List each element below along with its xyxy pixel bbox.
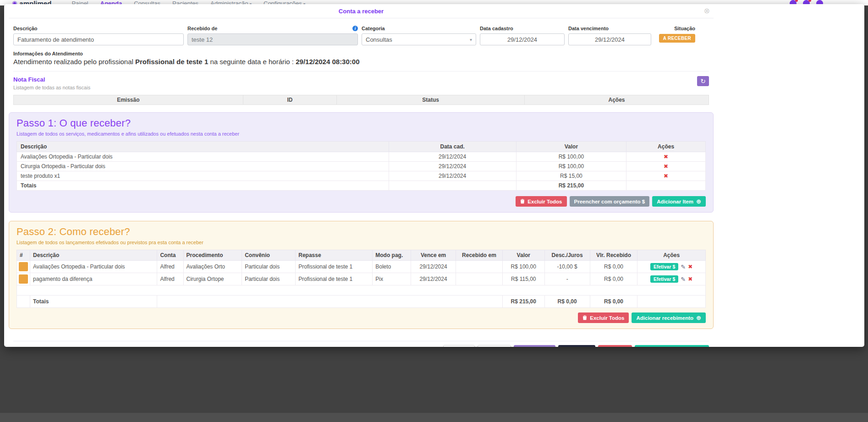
salvar-conta-button[interactable]: Salvar conta a receber ✓ bbox=[635, 345, 709, 347]
passo1-panel: Passo 1: O que receber? Listagem de todo… bbox=[9, 112, 714, 213]
column-header-acoes: Ações bbox=[626, 142, 706, 152]
nota-fiscal-subtitle: Listagem de todas as notas fiscais bbox=[13, 85, 90, 90]
table-row: Cirurgia Ortopedia - Particular dois 29/… bbox=[17, 162, 706, 171]
excluir-todos-button[interactable]: Excluir Todos bbox=[516, 196, 566, 207]
column-header-descricao: Descrição bbox=[30, 250, 157, 261]
column-header-id: ID bbox=[243, 95, 337, 105]
anexos-button[interactable]: Anexos ▴ bbox=[514, 345, 555, 347]
status-badge: A RECEBER bbox=[659, 34, 695, 43]
modal-footer: ↶ Voltar ✖ Fechar Anexos ▴ Ações ⚙ ▴ bbox=[13, 345, 709, 347]
delete-icon[interactable]: ✖ bbox=[688, 276, 692, 282]
column-header-status: Status bbox=[337, 95, 525, 105]
adicionar-recebimento-button[interactable]: Adicionar recebimento ⊕ bbox=[632, 312, 706, 323]
excluir-todos-recebimentos-button[interactable]: Excluir Todos bbox=[578, 312, 629, 323]
table-row: Avaliações Ortopedia - Particular dois A… bbox=[17, 261, 706, 273]
passo2-subtitle: Listagem de todos os lançamentos efetiva… bbox=[16, 240, 706, 245]
data-cadastro-label: Data cadastro bbox=[480, 26, 565, 31]
acoes-button[interactable]: Ações ⚙ ▴ bbox=[558, 345, 595, 347]
close-icon[interactable]: ⊗ bbox=[704, 7, 710, 15]
edit-icon[interactable]: ✎ bbox=[681, 263, 686, 270]
passo2-panel: Passo 2: Como receber? Listagem de todos… bbox=[9, 221, 714, 329]
table-row: Avaliações Ortopedia - Particular dois 2… bbox=[17, 152, 706, 162]
delete-item-icon[interactable]: ✖ bbox=[664, 173, 668, 179]
atendimento-datetime: 29/12/2024 08:30:00 bbox=[296, 58, 359, 66]
data-vencimento-label: Data vencimento bbox=[568, 26, 651, 31]
cell-repasse: Profissional de teste 1 bbox=[296, 261, 373, 273]
passo1-table: Descrição Data cad. Valor Ações Avaliaçõ… bbox=[16, 141, 706, 191]
cell-recebido-em bbox=[456, 273, 502, 285]
cell-descricao: pagamento da diferença bbox=[30, 273, 157, 285]
voltar-button[interactable]: ↶ Voltar bbox=[443, 345, 475, 347]
efetivar-button[interactable]: Efetivar $ bbox=[650, 263, 678, 270]
totais-label: Totais bbox=[17, 181, 389, 191]
cell-vence-em: 29/12/2024 bbox=[411, 261, 456, 273]
cell-desc-juros: - bbox=[544, 273, 590, 285]
conta-a-receber-modal: Conta a receber ⊗ Descrição Recebido dei… bbox=[4, 4, 864, 347]
cell-procedimento: Cirurgia Ortope bbox=[183, 273, 242, 285]
column-header-acoes: Ações bbox=[637, 250, 706, 261]
trash-icon bbox=[582, 315, 587, 320]
nota-fiscal-table: Emissão ID Status Ações bbox=[13, 95, 709, 105]
adicionar-item-button[interactable]: Adicionar Item ⊕ bbox=[652, 196, 706, 207]
passo2-total-valor: R$ 215,00 bbox=[503, 296, 545, 308]
categoria-select[interactable]: Consultas ▾ bbox=[362, 33, 476, 45]
refresh-button[interactable]: ↻ bbox=[697, 76, 709, 86]
table-row: teste produto x1 29/12/2024 R$ 15,00 ✖ bbox=[17, 171, 706, 181]
preencher-orcamento-button[interactable]: Preencher com orçamento $ bbox=[570, 196, 650, 207]
edit-icon[interactable]: ✎ bbox=[681, 276, 686, 283]
cell-valor: R$ 15,00 bbox=[516, 171, 626, 181]
column-header-data-cad: Data cad. bbox=[389, 142, 516, 152]
column-header-emissao: Emissão bbox=[14, 95, 243, 105]
professional-name: Profissional de teste 1 bbox=[135, 58, 208, 66]
passo2-total-recebido: R$ 0,00 bbox=[590, 296, 637, 308]
column-header-desc-juros: Desc./Juros bbox=[544, 250, 590, 261]
messages-badge bbox=[808, 0, 811, 2]
column-header-convenio: Convênio bbox=[242, 250, 296, 261]
cell-descricao: Avaliações Ortopedia - Particular dois bbox=[17, 152, 389, 162]
screen: ◉ amplimed Painel Agenda Consultas Pacie… bbox=[0, 0, 868, 422]
fechar-button[interactable]: ✖ Fechar bbox=[478, 345, 511, 347]
atendimento-info-text: Atendimento realizado pelo profissional … bbox=[13, 58, 709, 66]
cell-vlr-recebido: R$ 0,00 bbox=[590, 273, 637, 285]
cell-valor: R$ 100,00 bbox=[516, 152, 626, 162]
column-header-valor: Valor bbox=[503, 250, 545, 261]
data-vencimento-input[interactable] bbox=[568, 33, 651, 45]
recebido-de-label: Recebido dei bbox=[187, 26, 358, 31]
cell-desc-juros: -10,00 $ bbox=[544, 261, 590, 273]
cell-data-cad: 29/12/2024 bbox=[389, 171, 516, 181]
column-header-repasse: Repasse bbox=[296, 250, 373, 261]
efetivar-button[interactable]: Efetivar $ bbox=[650, 275, 678, 283]
delete-icon[interactable]: ✖ bbox=[688, 263, 692, 270]
descricao-input[interactable] bbox=[13, 33, 184, 45]
excluir-button[interactable]: Excluir bbox=[598, 345, 632, 347]
passo1-total-valor: R$ 215,00 bbox=[516, 181, 626, 191]
cell-valor: R$ 115,00 bbox=[503, 273, 545, 285]
professional-color-swatch bbox=[19, 274, 28, 284]
column-header-num: # bbox=[17, 250, 30, 261]
cell-data-cad: 29/12/2024 bbox=[389, 152, 516, 162]
categoria-label: Categoria bbox=[362, 26, 476, 31]
professional-color-swatch bbox=[19, 262, 28, 271]
column-header-vlr-recebido: Vlr. Recebido bbox=[590, 250, 637, 261]
descricao-label: Descrição bbox=[13, 26, 184, 31]
info-icon[interactable]: i bbox=[352, 26, 358, 31]
empty-row bbox=[17, 285, 706, 296]
page-footer-behind-overlay bbox=[0, 413, 868, 422]
divider bbox=[13, 71, 709, 71]
cell-recebido-em bbox=[456, 261, 502, 273]
cell-modo-pag: Boleto bbox=[373, 261, 411, 273]
categoria-selected-value: Consultas bbox=[366, 36, 392, 43]
notification-badge bbox=[795, 0, 798, 2]
delete-item-icon[interactable]: ✖ bbox=[664, 163, 668, 170]
passo2-table: # Descrição Conta Procedimento Convênio … bbox=[16, 250, 706, 308]
delete-item-icon[interactable]: ✖ bbox=[664, 153, 668, 160]
cell-valor: R$ 100,00 bbox=[516, 162, 626, 171]
passo1-title: Passo 1: O que receber? bbox=[16, 117, 706, 129]
plus-circle-icon: ⊕ bbox=[696, 315, 701, 321]
cell-valor: R$ 100,00 bbox=[503, 261, 545, 273]
column-header-descricao: Descrição bbox=[17, 142, 389, 152]
column-header-vence-em: Vence em bbox=[411, 250, 456, 261]
data-cadastro-input[interactable] bbox=[480, 33, 565, 45]
passo2-total-desc-juros: R$ 0,00 bbox=[544, 296, 590, 308]
cell-vlr-recebido: R$ 0,00 bbox=[590, 261, 637, 273]
